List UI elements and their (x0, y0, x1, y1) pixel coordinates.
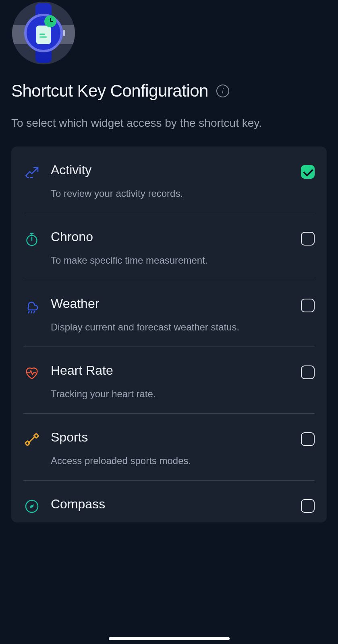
svg-line-6 (34, 311, 35, 313)
option-checkbox-sports[interactable] (301, 432, 315, 446)
info-icon: i (222, 87, 224, 95)
shortcut-options-list: ActivityTo review your activity records.… (11, 147, 327, 522)
option-checkbox-heartrate[interactable] (301, 365, 315, 379)
option-title: Heart Rate (51, 363, 290, 378)
option-title: Weather (51, 296, 290, 311)
chrono-icon (23, 229, 40, 247)
heart-icon (23, 363, 40, 381)
svg-marker-11 (30, 504, 34, 508)
home-indicator[interactable] (109, 637, 230, 640)
svg-line-4 (29, 311, 29, 313)
svg-line-5 (31, 311, 32, 313)
option-text-heartrate: Heart RateTracking your heart rate. (51, 363, 290, 400)
option-title: Sports (51, 430, 290, 445)
sports-icon (23, 430, 40, 448)
option-desc: Display current and forecast weather sta… (51, 322, 290, 333)
hero-watch-illustration (12, 2, 75, 64)
option-text-chrono: ChronoTo make specific time measurement. (51, 229, 290, 266)
option-row-activity[interactable]: ActivityTo review your activity records. (23, 147, 315, 213)
option-checkbox-weather[interactable] (301, 299, 315, 312)
option-desc: Access preloaded sports modes. (51, 455, 290, 466)
option-checkbox-activity[interactable] (301, 165, 315, 179)
option-title: Compass (51, 497, 290, 512)
option-title: Chrono (51, 229, 290, 244)
option-row-heartrate[interactable]: Heart RateTracking your heart rate. (23, 347, 315, 414)
option-checkbox-chrono[interactable] (301, 232, 315, 246)
option-desc: To review your activity records. (51, 188, 290, 199)
screen: Shortcut Key Configuration i To select w… (0, 2, 338, 644)
weather-icon (23, 296, 40, 314)
option-checkbox-compass[interactable] (301, 499, 315, 513)
title-row: Shortcut Key Configuration i (11, 81, 327, 101)
option-row-chrono[interactable]: ChronoTo make specific time measurement. (23, 213, 315, 280)
option-desc: To make specific time measurement. (51, 255, 290, 266)
option-text-sports: SportsAccess preloaded sports modes. (51, 430, 290, 466)
info-button[interactable]: i (216, 85, 229, 97)
option-text-activity: ActivityTo review your activity records. (51, 163, 290, 199)
option-desc: Tracking your heart rate. (51, 388, 290, 400)
option-row-compass[interactable]: Compass (23, 481, 315, 522)
activity-icon (23, 163, 40, 180)
svg-line-7 (29, 436, 35, 443)
page-title: Shortcut Key Configuration (11, 81, 208, 101)
option-text-weather: WeatherDisplay current and forecast weat… (51, 296, 290, 333)
page-subtitle: To select which widget access by the sho… (11, 117, 327, 130)
option-row-sports[interactable]: SportsAccess preloaded sports modes. (23, 414, 315, 481)
option-text-compass: Compass (51, 497, 290, 512)
option-row-weather[interactable]: WeatherDisplay current and forecast weat… (23, 280, 315, 347)
option-title: Activity (51, 163, 290, 178)
compass-icon (23, 497, 40, 514)
